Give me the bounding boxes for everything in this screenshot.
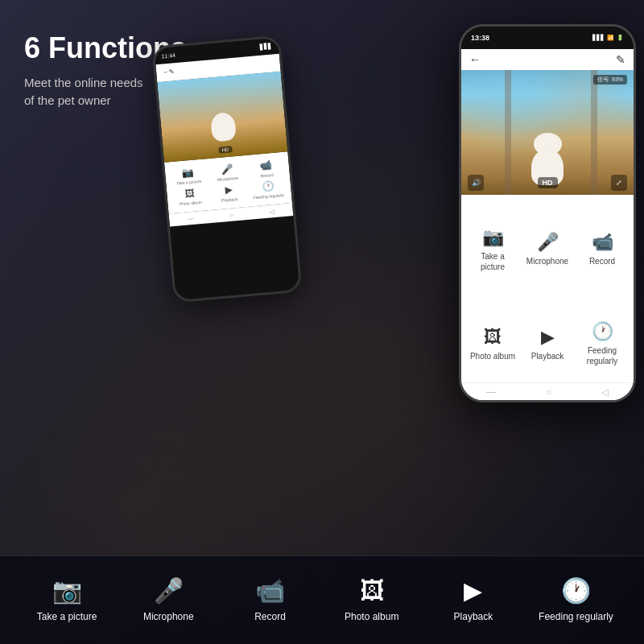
bottom-mic[interactable]: 🎤 Microphone (132, 576, 204, 624)
status-icons: ▋▋▋ 📶 🔋 (592, 35, 624, 41)
playback-icon-large: ▶ (541, 328, 555, 346)
mic-icon-small: 🎤 (221, 163, 233, 175)
large-btn-album[interactable]: 🖼 Photo album (465, 298, 520, 393)
album-label-large: Photo album (470, 351, 515, 361)
large-buttons-grid: 📷 Take a picture 🎤 Microphone 📹 Record (461, 195, 634, 400)
bottom-camera[interactable]: 📷 Take a picture (31, 576, 103, 624)
page-content: 6 Functions Meet the online needs of the… (0, 0, 644, 644)
bottom-feeding-label: Feeding regularly (539, 611, 613, 624)
camera-label-large: Take a picture (469, 251, 516, 272)
large-topbar: ← ✎ (461, 49, 634, 70)
bottom-bar: 📷 Take a picture 🎤 Microphone 📹 Record 🖼… (0, 555, 644, 644)
record-icon-small: 📹 (259, 159, 272, 171)
fullscreen-button[interactable]: ⤢ (611, 175, 627, 191)
bottom-camera-icon: 📷 (52, 576, 82, 605)
small-btn-record[interactable]: 📹 Record (248, 159, 285, 180)
bottom-record-icon: 📹 (255, 576, 285, 605)
large-notch: 13:38 ▋▋▋ 📶 🔋 (461, 27, 634, 49)
video-signal-badge: 信号: 93% (593, 75, 627, 85)
battery-icon: 🔋 (617, 35, 624, 41)
bottom-mic-label: Microphone (143, 611, 194, 624)
bottom-record[interactable]: 📹 Record (234, 576, 307, 624)
phone-small: 11:44 ▋▋▋ ← ✎ HD 📷 Take a picture (151, 35, 302, 303)
bottom-album-label: Photo album (345, 611, 398, 624)
nav-menu[interactable]: — (486, 386, 496, 398)
mic-icon-large: 🎤 (537, 233, 559, 251)
small-btn-feeding[interactable]: 🕐 Feeding regularly (250, 180, 287, 200)
playback-icon-small: ▶ (225, 184, 233, 196)
playback-label-large: Playback (531, 351, 564, 361)
bottom-camera-label: Take a picture (37, 611, 97, 624)
small-btn-camera[interactable]: 📷 Take a picture (170, 165, 207, 186)
video-controls: 🔊 HD ⤢ (461, 175, 634, 191)
back-button[interactable]: ← (469, 53, 481, 66)
cat-small (210, 112, 237, 142)
camera-icon-small: 📷 (181, 167, 194, 179)
nav-back[interactable]: ◁ (601, 386, 609, 398)
mic-label-large: Microphone (526, 256, 568, 266)
hd-badge: HD (538, 177, 558, 188)
feeding-icon-large: 🕐 (592, 323, 613, 341)
large-btn-playback[interactable]: ▶ Playback (520, 298, 575, 393)
album-icon-large: 🖼 (484, 328, 502, 346)
small-btn-playback[interactable]: ▶ Playback (210, 183, 247, 204)
bottom-playback-label: Playback (454, 611, 493, 624)
bottom-album[interactable]: 🖼 Photo album (336, 577, 408, 624)
bottom-feeding-icon: 🕐 (561, 576, 591, 605)
cat-figure (527, 126, 568, 175)
edit-button[interactable]: ✎ (616, 53, 625, 66)
bottom-record-label: Record (254, 611, 286, 624)
bottom-mic-icon: 🎤 (154, 576, 184, 605)
bottom-feeding[interactable]: 🕐 Feeding regularly (539, 576, 613, 624)
phone-large: 13:38 ▋▋▋ 📶 🔋 ← ✎ (459, 24, 636, 402)
signal-icon: ▋▋▋ (592, 35, 605, 41)
feeding-icon-small: 🕐 (262, 180, 275, 192)
album-icon-small: 🖼 (184, 188, 195, 200)
bottom-playback-icon: ▶ (464, 576, 482, 605)
bottom-album-icon: 🖼 (360, 577, 384, 605)
bottom-playback[interactable]: ▶ Playback (437, 576, 510, 624)
small-video: HD (157, 72, 287, 163)
large-video-area: 信号: 93% 🔊 HD ⤢ (461, 70, 634, 195)
small-hd-badge: HD (218, 146, 232, 153)
large-btn-mic[interactable]: 🎤 Microphone (520, 203, 575, 298)
wifi-icon: 📶 (607, 35, 614, 41)
camera-icon-large: 📷 (482, 229, 504, 246)
large-btn-camera[interactable]: 📷 Take a picture (465, 203, 520, 298)
large-navbar: — ○ ◁ (461, 382, 634, 400)
large-btn-feeding[interactable]: 🕐 Feeding regularly (575, 298, 630, 393)
feeding-label-large: Feeding regularly (579, 345, 625, 366)
large-btn-record[interactable]: 📹 Record (575, 203, 630, 298)
nav-home[interactable]: ○ (546, 386, 551, 398)
volume-button[interactable]: 🔊 (468, 175, 484, 191)
record-icon-large: 📹 (592, 233, 613, 251)
small-btn-mic[interactable]: 🎤 Microphone (208, 162, 246, 183)
record-label-large: Record (589, 256, 615, 266)
small-btn-album[interactable]: 🖼 Photo album (171, 186, 208, 207)
status-time: 13:38 (471, 34, 489, 42)
top-section: 6 Functions Meet the online needs of the… (0, 0, 644, 555)
